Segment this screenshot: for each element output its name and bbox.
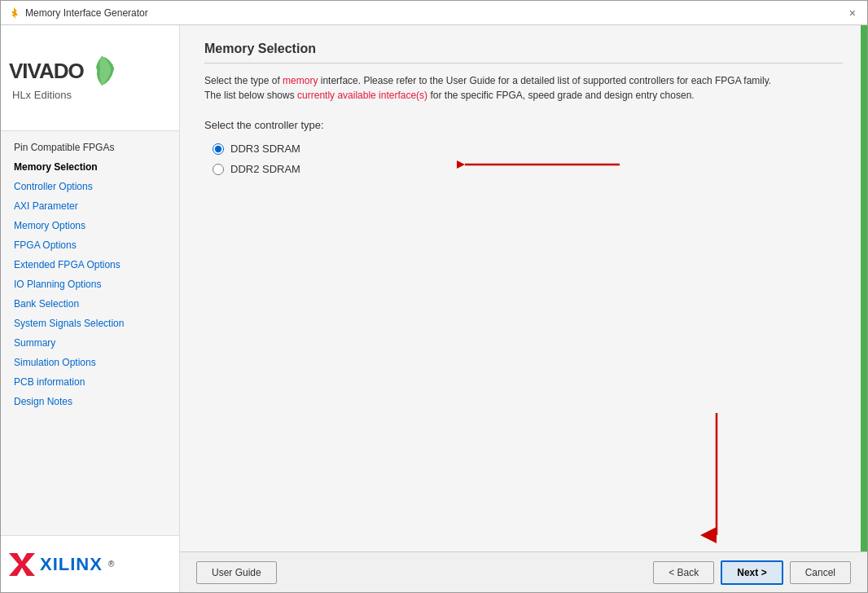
nav-section: Pin Compatible FPGAs Memory Selection Co…	[1, 131, 179, 535]
cancel-button[interactable]: Cancel	[790, 561, 851, 584]
sidebar-item-memory-options[interactable]: Memory Options	[1, 216, 179, 235]
sidebar: VIVADO HLx Editions Pin Compatible FPGAs…	[1, 25, 180, 592]
svg-marker-1	[9, 553, 35, 576]
sidebar-item-design-notes[interactable]: Design Notes	[1, 392, 179, 411]
next-button[interactable]: Next >	[721, 560, 783, 585]
title-bar: Memory Interface Generator ×	[1, 1, 867, 25]
sidebar-item-system-signals-selection[interactable]: System Signals Selection	[1, 314, 179, 333]
sidebar-item-memory-selection[interactable]: Memory Selection	[1, 157, 179, 177]
leaf-icon	[87, 55, 116, 87]
back-button[interactable]: < Back	[653, 561, 714, 584]
ddr3-label: DDR3 SDRAM	[230, 143, 300, 155]
footer-right: < Back Next > Cancel	[653, 560, 851, 585]
sidebar-item-io-planning-options[interactable]: IO Planning Options	[1, 275, 179, 294]
close-button[interactable]: ×	[844, 5, 861, 21]
hlx-subtitle: HLx Editions	[12, 89, 72, 101]
ddr2-option[interactable]: DDR2 SDRAM	[213, 163, 843, 175]
content-area: Memory Selection Select the type of memo…	[180, 25, 867, 551]
title-bar-left: Memory Interface Generator	[7, 7, 148, 20]
section-title: Memory Selection	[204, 42, 843, 64]
footer: User Guide < Back Next > Cancel	[180, 551, 867, 592]
ddr2-radio[interactable]	[213, 164, 224, 175]
window-title: Memory Interface Generator	[25, 7, 148, 19]
svg-marker-0	[11, 7, 18, 19]
xilinx-x-icon	[9, 553, 35, 576]
green-accent-bar	[861, 25, 867, 551]
annotation-arrow-down	[700, 413, 733, 543]
highlight-memory: memory	[283, 75, 318, 86]
main-content: VIVADO HLx Editions Pin Compatible FPGAs…	[1, 25, 867, 592]
controller-label: Select the controller type:	[204, 119, 843, 131]
sidebar-item-extended-fpga-options[interactable]: Extended FPGA Options	[1, 255, 179, 275]
xilinx-name: XILINX	[40, 554, 103, 575]
user-guide-button[interactable]: User Guide	[196, 561, 277, 584]
sidebar-item-pin-compatible[interactable]: Pin Compatible FPGAs	[1, 138, 179, 157]
sidebar-item-bank-selection[interactable]: Bank Selection	[1, 294, 179, 314]
sidebar-item-fpga-options[interactable]: FPGA Options	[1, 235, 179, 255]
main-window: Memory Interface Generator × VIVADO HLx …	[0, 0, 868, 593]
app-icon	[7, 7, 20, 20]
ddr2-label: DDR2 SDRAM	[230, 163, 300, 175]
sidebar-item-pcb-information[interactable]: PCB information	[1, 372, 179, 392]
highlight-available: currently available interface(s)	[297, 90, 427, 101]
xilinx-logo: XILINX ®	[9, 553, 114, 576]
ddr3-option[interactable]: DDR3 SDRAM	[213, 143, 843, 155]
sidebar-item-axi-parameter[interactable]: AXI Parameter	[1, 196, 179, 216]
sidebar-item-simulation-options[interactable]: Simulation Options	[1, 353, 179, 372]
vivado-name: VIVADO	[9, 59, 84, 84]
sidebar-item-controller-options[interactable]: Controller Options	[1, 177, 179, 196]
description-text: Select the type of memory interface. Ple…	[204, 73, 774, 103]
xilinx-logo-area: XILINX ®	[1, 535, 179, 592]
xilinx-trademark: ®	[108, 560, 114, 569]
radio-group: DDR3 SDRAM DDR2 SDRAM	[213, 143, 843, 175]
logo-area: VIVADO HLx Editions	[1, 25, 179, 131]
sidebar-item-summary[interactable]: Summary	[1, 333, 179, 353]
footer-left: User Guide	[196, 561, 277, 584]
vivado-logo: VIVADO	[9, 55, 116, 87]
ddr3-radio[interactable]	[213, 143, 224, 155]
main-panel: Memory Selection Select the type of memo…	[180, 25, 867, 592]
